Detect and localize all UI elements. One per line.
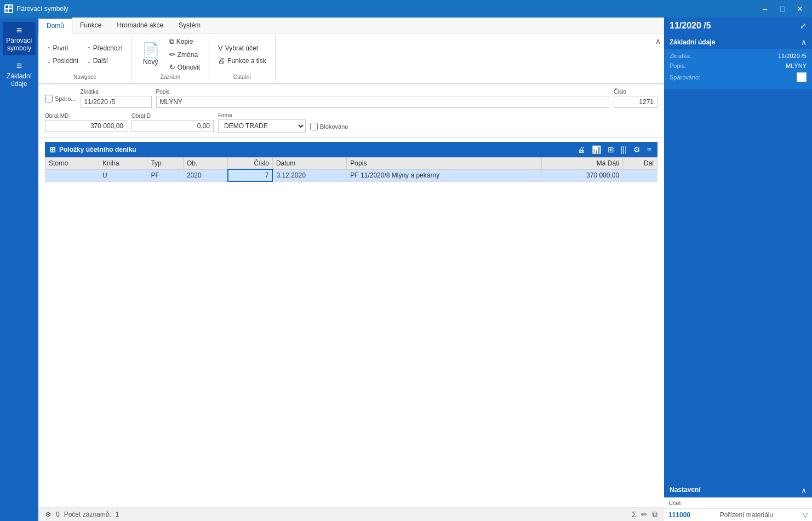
- account-field: Účet: [664, 497, 812, 508]
- ribbon-group-zaznam: 📄 Nový ⧉ Kopie ✏ Změna: [132, 36, 209, 81]
- predchozi-icon: ↑: [87, 44, 91, 52]
- cislo-input[interactable]: [614, 96, 657, 108]
- minimize-button[interactable]: –: [757, 1, 773, 16]
- btn-obnovit[interactable]: ↻ Obnovit: [166, 61, 203, 73]
- account-code: 111000: [668, 511, 690, 519]
- tab-domu[interactable]: Domů: [38, 18, 72, 33]
- snowflake-icon[interactable]: ❄: [45, 510, 52, 519]
- table-scroll[interactable]: Storno Kniha Typ Ob. Číslo Datum Popis M…: [45, 157, 657, 507]
- ribbon-group-ostatni: V Vybrat účet 🖨 Funkce a tisk Ostatní: [209, 36, 276, 81]
- table-columns-btn[interactable]: |||: [619, 144, 628, 155]
- right-panel-expand-btn[interactable]: ⤢: [800, 21, 807, 30]
- window-controls: – □ ✕: [757, 1, 808, 16]
- svg-rect-3: [9, 9, 12, 12]
- btn-predchozi[interactable]: ↑ Předchozí: [84, 42, 126, 54]
- blokovano-checkbox[interactable]: [310, 123, 318, 130]
- tab-system[interactable]: Systém: [171, 18, 208, 33]
- btn-zmena[interactable]: ✏ Změna: [166, 49, 203, 60]
- copy-icon[interactable]: ⧉: [652, 509, 657, 519]
- app-icon: [4, 4, 13, 13]
- account-dropdown-btn[interactable]: ▽: [803, 511, 808, 519]
- btn-funkce-tisk[interactable]: 🖨 Funkce a tisk: [215, 55, 270, 66]
- funkce-tisk-icon: 🖨: [218, 56, 225, 65]
- sparo-label: Spáro...: [55, 95, 76, 102]
- navigace-label: Navigace: [73, 74, 96, 81]
- col-popis: Popis: [347, 158, 542, 170]
- sigma-icon[interactable]: Σ: [632, 510, 637, 519]
- btn-posledni[interactable]: ↓ Poslední: [44, 55, 82, 66]
- btn-dalsi[interactable]: ↓ Další: [84, 55, 126, 66]
- sidebar: ≡ Párovací symboly ≡ Základní údaje: [0, 18, 38, 521]
- obrat-d-label: Obrat D: [131, 113, 214, 119]
- nastaveni-collapse-btn[interactable]: ∧: [801, 486, 807, 495]
- kopie-icon: ⧉: [169, 37, 174, 46]
- popis-input[interactable]: [156, 96, 609, 108]
- right-panel-header: 11/2020 /5 ⤢: [664, 18, 812, 34]
- window-title: Párovací symboly: [16, 5, 68, 13]
- popis-right-field: Popis: MLÝNY: [670, 62, 807, 69]
- tab-funkce[interactable]: Funkce: [72, 18, 109, 33]
- zkratka-input[interactable]: [81, 96, 152, 108]
- zakladni-udaje-label: Základní údaje: [670, 38, 715, 46]
- zaznam-label: Záznam: [161, 74, 180, 81]
- obrat-d-input[interactable]: [131, 120, 214, 132]
- obrat-md-label: Obrat MD: [45, 113, 127, 119]
- zakladni-udaje-section: Základní údaje ∧ Zkratka: 11/2020 /5 Pop…: [664, 35, 812, 89]
- popis-field-label: Popis: [156, 89, 609, 95]
- account-label: Účet: [668, 500, 681, 506]
- zakladni-collapse-btn[interactable]: ∧: [801, 38, 807, 47]
- right-panel: 11/2020 /5 ⤢ Základní údaje ∧ Zkratka: 1…: [664, 18, 812, 521]
- firma-select[interactable]: DEMO TRADE: [218, 119, 306, 133]
- svg-rect-0: [5, 5, 8, 8]
- sidebar-item-parovaci-label: Párovací symboly: [5, 37, 33, 52]
- table-print-btn[interactable]: 🖨: [576, 144, 587, 155]
- close-button[interactable]: ✕: [792, 1, 808, 16]
- zakladni-udaje-content: Zkratka: 11/2020 /5 Popis: MLÝNY Spárová…: [664, 49, 812, 89]
- sparovano-right-field: Spárováno:: [670, 72, 807, 82]
- btn-vybrat-ucet[interactable]: V Vybrat účet: [215, 42, 270, 54]
- snowflake-count: 0: [56, 511, 60, 518]
- maximize-button[interactable]: □: [775, 1, 790, 16]
- table-row[interactable]: U PF 2020 7 3.12.2020 PF 11/2020/8 Mlýny…: [45, 169, 657, 181]
- col-kniha: Kniha: [99, 158, 147, 170]
- sparovano-right-label: Spárováno:: [670, 74, 700, 81]
- zkratka-right-value: 11/2020 /5: [778, 53, 807, 59]
- table-settings-btn[interactable]: ⚙: [632, 144, 642, 155]
- novy-icon: 📄: [142, 43, 159, 57]
- ribbon-collapse-button[interactable]: ∧: [652, 36, 664, 47]
- sidebar-item-zakladni-label: Základní údaje: [5, 72, 33, 88]
- btn-kopie[interactable]: ⧉ Kopie: [166, 36, 203, 48]
- col-storno: Storno: [45, 158, 99, 170]
- obrat-md-input[interactable]: [45, 120, 127, 132]
- sparo-checkbox[interactable]: [45, 95, 53, 102]
- zkratka-right-label: Zkratka:: [670, 53, 691, 59]
- cislo-field-group: Číslo: [614, 89, 657, 108]
- btn-prvni[interactable]: ↑ První: [44, 42, 82, 54]
- tab-hromadne[interactable]: Hromadné akce: [109, 18, 171, 33]
- sidebar-item-parovaci[interactable]: ≡ Párovací symboly: [3, 22, 36, 55]
- cell-cislo: 7: [228, 169, 273, 181]
- vybrat-ucet-icon: V: [218, 44, 223, 52]
- sparovano-checkbox[interactable]: [797, 72, 807, 82]
- table-menu-btn[interactable]: ≡: [645, 144, 653, 155]
- table-title-text: Položky účetního deníku: [59, 146, 136, 153]
- zmena-icon: ✏: [169, 50, 175, 59]
- col-datum: Datum: [272, 158, 346, 170]
- cell-typ: PF: [147, 169, 183, 181]
- pocet-zaznam-value: 1: [116, 511, 119, 518]
- popis-right-value: MLÝNY: [786, 62, 807, 69]
- right-panel-spacer: [664, 90, 812, 483]
- btn-novy[interactable]: 📄 Nový: [138, 41, 164, 68]
- table-chart-btn[interactable]: 📊: [590, 144, 603, 155]
- edit-icon[interactable]: ✏: [641, 510, 648, 519]
- cell-ob: 2020: [183, 169, 227, 181]
- cell-kniha: U: [99, 169, 147, 181]
- account-value-row: 111000 Pořízení materiálu ▽: [664, 508, 812, 521]
- col-cislo: Číslo: [228, 158, 273, 170]
- title-bar: Párovací symboly – □ ✕: [0, 0, 812, 18]
- svg-rect-1: [9, 5, 12, 8]
- sidebar-item-zakladni[interactable]: ≡ Základní údaje: [3, 58, 36, 91]
- table-export-btn[interactable]: ⊞: [606, 144, 616, 155]
- obrat-md-field-group: Obrat MD: [45, 113, 127, 132]
- table-grid-icon: ⊞: [49, 145, 56, 154]
